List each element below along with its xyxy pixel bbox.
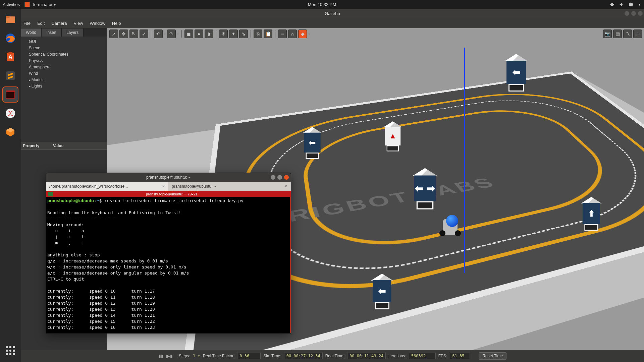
tree-item[interactable]: Spherical Coordinates: [24, 51, 104, 58]
pause-button[interactable]: ▮▮: [158, 353, 164, 359]
ubuntu-top-panel: Activities Terminator ▾ Mon 10:32 PM ▼: [0, 0, 644, 9]
menu-camera[interactable]: Camera: [51, 21, 67, 26]
files-icon[interactable]: [2, 11, 18, 27]
menu-file[interactable]: File: [23, 21, 31, 26]
launcher-dock: A: [0, 9, 21, 362]
rtf-value[interactable]: [237, 353, 261, 359]
app-indicator[interactable]: Terminator ▾: [24, 2, 56, 7]
step-button[interactable]: ▶▮: [166, 353, 173, 359]
volume-icon[interactable]: [619, 2, 624, 7]
selection-highlight[interactable]: ◆: [298, 29, 307, 38]
term-tab-label: pranshutople@ubuntu: ~: [172, 184, 216, 189]
activities-button[interactable]: Activities: [3, 2, 20, 7]
term-status-text: pranshutople@ubuntu: ~ 79x21: [55, 192, 289, 196]
box-tool[interactable]: ◼: [184, 29, 193, 38]
tree-item[interactable]: Wind: [24, 70, 104, 77]
fps-label: FPS:: [438, 354, 447, 358]
property-header: Property Value: [21, 142, 107, 150]
sublime-icon[interactable]: [2, 68, 18, 84]
close-icon[interactable]: ×: [162, 184, 165, 189]
viewport-toolbar: ➚ ✥ ↻ ⤢ ↶ ▾ ↷ ▾ ◼ ● ◗ ☀ ✦ ⇘ ⎘ 📋: [107, 28, 644, 40]
copy-button[interactable]: ⎘: [254, 29, 262, 38]
translate-tool[interactable]: ✥: [119, 29, 128, 38]
fps-value[interactable]: [450, 353, 470, 359]
term-minimize[interactable]: [271, 175, 275, 180]
terminal-output[interactable]: pranshutople@ubuntu:~$ rosrun tortoisebo…: [46, 197, 291, 333]
svg-rect-8: [6, 92, 14, 98]
iter-label: Iterations:: [388, 354, 406, 358]
world-tree[interactable]: GUI Scene Spherical Coordinates Physics …: [21, 37, 107, 92]
panel-tabs: World Insert Layers: [21, 28, 107, 37]
close-button[interactable]: [638, 11, 643, 16]
app-icon-1[interactable]: [2, 105, 18, 121]
sim-label: Sim Time:: [263, 354, 281, 358]
plot-button[interactable]: 〽: [623, 29, 632, 38]
term-tab-2[interactable]: pranshutople@ubuntu: ~ ×: [168, 182, 291, 191]
term-close[interactable]: [284, 175, 289, 180]
firefox-icon[interactable]: [2, 30, 18, 46]
light-point-tool[interactable]: ☀: [219, 29, 228, 38]
rtf-label: Real Time Factor:: [203, 354, 235, 358]
robot: [440, 215, 460, 235]
redo-button[interactable]: ↷: [167, 29, 176, 38]
menu-edit[interactable]: Edit: [37, 21, 45, 26]
steps-label: Steps:: [179, 354, 190, 358]
tree-item[interactable]: Physics: [24, 58, 104, 64]
real-label: Real Time:: [325, 354, 344, 358]
tree-item[interactable]: Atmosphere: [24, 64, 104, 70]
network-icon[interactable]: [610, 2, 614, 7]
log-button[interactable]: ▤: [613, 29, 622, 38]
record-button[interactable]: 🎥: [633, 29, 642, 38]
terminator-titlebar[interactable]: pranshutople@ubuntu: ~: [46, 173, 291, 182]
show-apps-button[interactable]: [2, 343, 18, 359]
tree-item[interactable]: Scene: [24, 45, 104, 51]
sign-bottom: ⬅: [371, 274, 393, 302]
tree-item-models[interactable]: Models: [24, 77, 104, 83]
reset-time-button[interactable]: Reset Time: [479, 352, 506, 360]
tab-layers[interactable]: Layers: [61, 28, 84, 37]
term-maximize[interactable]: [277, 175, 282, 180]
menu-help[interactable]: Help: [112, 21, 121, 26]
term-badge-icon: [48, 192, 53, 196]
tree-item-lights[interactable]: Lights: [24, 83, 104, 89]
screenshot-button[interactable]: 📷: [603, 29, 612, 38]
minimize-button[interactable]: [625, 11, 629, 16]
term-tab-label: /home/pranshutople/catkin_ws/src/tortois…: [49, 184, 128, 189]
svg-text:A: A: [8, 54, 12, 60]
caret-down-icon[interactable]: ▼: [638, 3, 641, 6]
cylinder-tool[interactable]: ◗: [205, 29, 213, 38]
undo-button[interactable]: ↶: [154, 29, 163, 38]
menu-window[interactable]: Window: [90, 21, 105, 26]
rotate-tool[interactable]: ↻: [129, 29, 138, 38]
software-icon[interactable]: A: [2, 49, 18, 65]
real-value[interactable]: [347, 353, 386, 359]
tab-insert[interactable]: Insert: [41, 28, 61, 37]
sign-arrow-left-2: ⬅: [302, 127, 322, 153]
power-icon[interactable]: [629, 2, 633, 7]
gazebo-dock-icon[interactable]: [2, 124, 18, 140]
term-title-text: pranshutople@ubuntu: ~: [146, 175, 191, 180]
tab-world[interactable]: World: [21, 28, 41, 37]
maximize-button[interactable]: [631, 11, 636, 16]
term-tab-1[interactable]: /home/pranshutople/catkin_ws/src/tortois…: [46, 182, 168, 191]
steps-value[interactable]: 1 ▾: [193, 354, 200, 358]
select-tool[interactable]: ➚: [109, 29, 118, 38]
iter-value[interactable]: [409, 353, 436, 359]
light-dir-tool[interactable]: ⇘: [239, 29, 248, 38]
svg-rect-1: [6, 16, 10, 18]
tree-item[interactable]: GUI: [24, 39, 104, 45]
paste-button[interactable]: 📋: [264, 29, 272, 38]
light-spot-tool[interactable]: ✦: [229, 29, 238, 38]
clock[interactable]: Mon 10:32 PM: [308, 2, 336, 7]
menu-view[interactable]: View: [74, 21, 83, 26]
sim-value[interactable]: [284, 353, 323, 359]
snap-tool[interactable]: ∩: [288, 29, 297, 38]
terminator-dock-icon[interactable]: [2, 86, 18, 103]
scale-tool[interactable]: ⤢: [140, 29, 148, 38]
sign-warning: ▲: [383, 121, 402, 145]
close-icon[interactable]: ×: [285, 184, 287, 189]
align-tool[interactable]: ⎓: [278, 29, 287, 38]
sphere-tool[interactable]: ●: [195, 29, 203, 38]
terminator-icon: [24, 2, 30, 7]
term-status-bar: pranshutople@ubuntu: ~ 79x21: [46, 191, 291, 197]
